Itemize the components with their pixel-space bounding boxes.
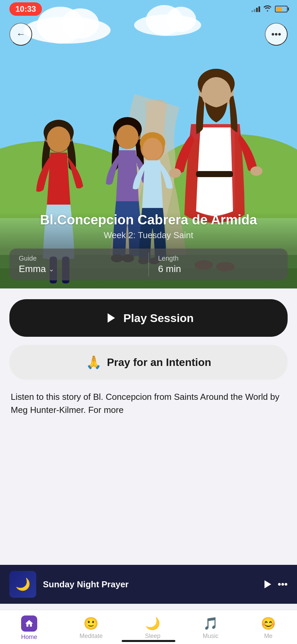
- back-button[interactable]: ←: [9, 23, 32, 46]
- signal-icon: [251, 6, 260, 12]
- more-dots-icon: •••: [271, 29, 281, 40]
- battery-icon: [275, 6, 288, 12]
- wifi-icon: [263, 5, 272, 13]
- mini-player-info: Sunday Night Prayer: [43, 579, 258, 590]
- me-icon: 😊: [261, 616, 276, 631]
- dropdown-arrow-icon: ⌄: [49, 265, 54, 273]
- nav-me-label: Me: [264, 633, 273, 640]
- mini-more-button[interactable]: •••: [278, 579, 288, 590]
- nav-sleep-label: Sleep: [145, 633, 160, 640]
- play-session-label: Play Session: [123, 312, 194, 325]
- back-arrow-icon: ←: [16, 29, 25, 40]
- svg-point-14: [47, 126, 70, 152]
- pray-intention-button[interactable]: 🙏 Pray for an Intention: [9, 345, 288, 380]
- meditate-icon: 🙂: [83, 616, 99, 631]
- nav-meditate-label: Meditate: [79, 633, 103, 640]
- svg-point-31: [169, 168, 181, 178]
- mini-player-thumbnail: 🌙: [9, 571, 36, 598]
- length-section: Length 6 min: [149, 249, 288, 280]
- nav-music[interactable]: 🎵 Music: [203, 616, 219, 640]
- hero-section: ← ••• Bl.Concepcion Cabrera de Armida We…: [0, 0, 297, 288]
- mini-play-button[interactable]: [264, 580, 271, 588]
- mini-player-title: Sunday Night Prayer: [43, 579, 258, 590]
- nav-sleep[interactable]: 🌙 Sleep: [145, 616, 160, 640]
- guide-section[interactable]: Guide Emma ⌄: [9, 249, 148, 280]
- music-icon: 🎵: [203, 616, 218, 631]
- main-content: Play Session 🙏 Pray for an Intention Lis…: [0, 288, 297, 417]
- guide-value: Emma ⌄: [19, 264, 139, 274]
- mini-player[interactable]: 🌙 Sunday Night Prayer •••: [0, 565, 297, 604]
- nav-me[interactable]: 😊 Me: [261, 616, 276, 640]
- svg-point-32: [250, 166, 262, 176]
- guide-label: Guide: [19, 255, 139, 262]
- svg-rect-27: [196, 171, 233, 177]
- status-bar: 10:33: [0, 0, 297, 18]
- home-indicator: [122, 640, 175, 642]
- status-time: 10:33: [9, 2, 42, 16]
- play-icon: [103, 311, 118, 325]
- sleep-icon: 🌙: [145, 616, 160, 631]
- svg-point-24: [142, 138, 163, 161]
- pray-intention-label: Pray for an Intention: [107, 356, 211, 369]
- pray-hands-icon: 🙏: [86, 355, 102, 370]
- mini-player-thumb-icon: 🌙: [15, 577, 31, 591]
- nav-music-label: Music: [203, 633, 219, 640]
- play-triangle-icon: [108, 313, 115, 323]
- mini-more-dots-icon: •••: [278, 579, 288, 589]
- home-icon: [21, 615, 37, 632]
- nav-home[interactable]: Home: [21, 615, 37, 641]
- hero-text-overlay: Bl.Concepcion Cabrera de Armida Week 2: …: [0, 212, 297, 288]
- status-icons: [251, 5, 288, 13]
- description-text: Listen to this story of Bl. Concepcion f…: [9, 390, 288, 417]
- info-card: Guide Emma ⌄ Length 6 min: [9, 249, 288, 280]
- length-label: Length: [158, 255, 279, 262]
- mini-player-controls[interactable]: •••: [264, 579, 288, 590]
- play-session-button[interactable]: Play Session: [9, 299, 288, 337]
- nav-meditate[interactable]: 🙂 Meditate: [79, 616, 103, 640]
- mini-play-triangle-icon: [264, 580, 271, 588]
- more-button[interactable]: •••: [265, 23, 288, 46]
- hero-title: Bl.Concepcion Cabrera de Armida: [9, 212, 288, 227]
- svg-point-19: [116, 125, 138, 149]
- home-svg: [24, 619, 34, 628]
- bottom-nav: Home 🙂 Meditate 🌙 Sleep 🎵 Music 😊 Me: [0, 610, 297, 644]
- hero-subtitle: Week 2: Tuesday Saint: [9, 230, 288, 240]
- length-value: 6 min: [158, 264, 279, 274]
- nav-home-label: Home: [21, 634, 37, 641]
